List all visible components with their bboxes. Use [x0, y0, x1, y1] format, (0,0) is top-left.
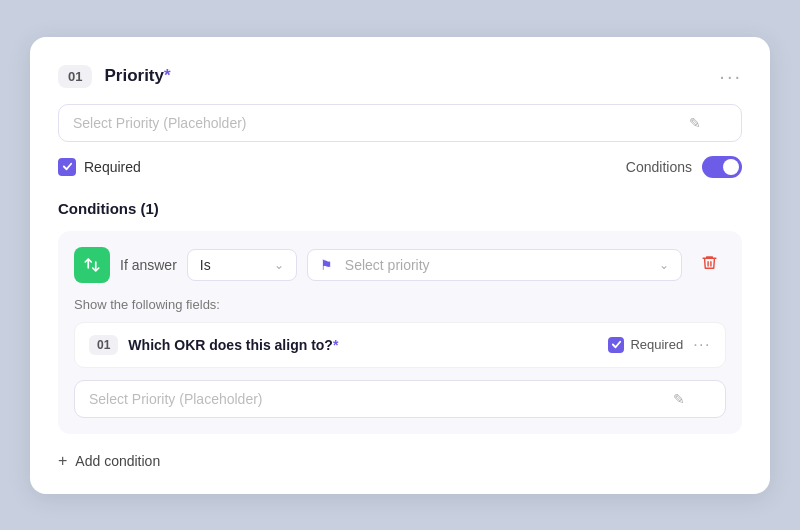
page-title: Priority*: [104, 66, 170, 86]
is-value: Is: [200, 257, 211, 273]
main-card: 01 Priority* ··· Select Priority (Placeh…: [30, 37, 770, 494]
okr-badge: 01: [89, 335, 118, 355]
okr-checkmark-icon: [611, 339, 622, 350]
chevron-down-icon: ⌄: [659, 258, 669, 272]
edit-icon: ✎: [689, 115, 701, 131]
swap-icon: [83, 256, 101, 274]
condition-icon: [74, 247, 110, 283]
meta-row: Required Conditions: [58, 156, 742, 178]
required-checkbox[interactable]: [58, 158, 76, 176]
condition-row: If answer Is ⌄ ⚑ Select priority ⌄: [74, 247, 726, 283]
is-dropdown[interactable]: Is ⌄: [187, 249, 297, 281]
okr-checkbox[interactable]: [608, 337, 624, 353]
priority-dropdown[interactable]: ⚑ Select priority ⌄: [307, 249, 682, 281]
conditions-toggle[interactable]: [702, 156, 742, 178]
priority-placeholder-input[interactable]: Select Priority (Placeholder) ✎: [58, 104, 742, 142]
okr-right: Required ···: [608, 336, 711, 354]
conditions-title: Conditions (1): [58, 200, 742, 217]
delete-condition-button[interactable]: [692, 248, 726, 282]
okr-required-label: Required: [630, 337, 683, 352]
select-priority-label: Select priority: [345, 257, 651, 273]
okr-required-check: Required: [608, 337, 683, 353]
more-options-button[interactable]: ···: [719, 66, 742, 86]
required-star: *: [164, 66, 171, 85]
okr-left: 01 Which OKR does this align to?*: [89, 335, 338, 355]
header-left: 01 Priority*: [58, 65, 171, 88]
step-badge: 01: [58, 65, 92, 88]
if-answer-label: If answer: [120, 257, 177, 273]
checkmark-icon: [62, 161, 73, 172]
trash-icon: [701, 254, 718, 275]
chevron-down-icon: ⌄: [274, 258, 284, 272]
okr-required-star: *: [333, 337, 338, 353]
okr-title: Which OKR does this align to?*: [128, 337, 338, 353]
plus-icon: +: [58, 452, 67, 470]
condition-box: If answer Is ⌄ ⚑ Select priority ⌄: [58, 231, 742, 434]
conditions-right: Conditions: [626, 156, 742, 178]
okr-row: 01 Which OKR does this align to?* Requir…: [74, 322, 726, 368]
add-condition-button[interactable]: + Add condition: [58, 452, 742, 470]
header-row: 01 Priority* ···: [58, 65, 742, 88]
flag-icon: ⚑: [320, 257, 333, 273]
okr-placeholder-input[interactable]: Select Priority (Placeholder) ✎: [74, 380, 726, 418]
required-label: Required: [84, 159, 141, 175]
okr-placeholder-text: Select Priority (Placeholder): [89, 391, 263, 407]
okr-more-options-button[interactable]: ···: [693, 336, 711, 354]
add-condition-label: Add condition: [75, 453, 160, 469]
required-check: Required: [58, 158, 141, 176]
conditions-label: Conditions: [626, 159, 692, 175]
conditions-section: Conditions (1) If answer Is ⌄ ⚑ Select p…: [58, 200, 742, 434]
placeholder-text: Select Priority (Placeholder): [73, 115, 247, 131]
okr-edit-icon: ✎: [673, 391, 685, 407]
show-following-label: Show the following fields:: [74, 297, 726, 312]
